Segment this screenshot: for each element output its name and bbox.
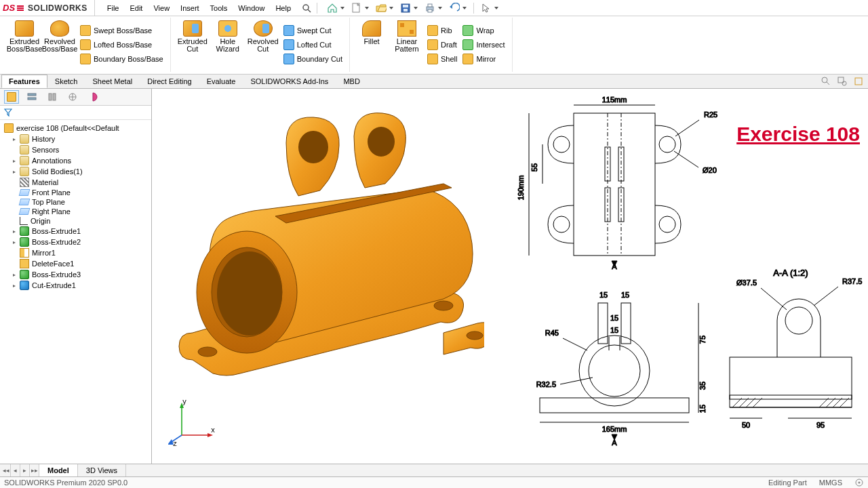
btn-lofted-cut[interactable]: Lofted Cut bbox=[281, 38, 345, 52]
tree-node-solid-bodies-1-[interactable]: ▸Solid Bodies(1) bbox=[1, 166, 150, 177]
btn-lofted-boss[interactable]: Lofted Boss/Base bbox=[77, 38, 166, 52]
tab-mbd[interactable]: MBD bbox=[336, 75, 367, 88]
tab-3d-views[interactable]: 3D Views bbox=[78, 464, 126, 476]
tree-tab-display-icon[interactable] bbox=[85, 90, 100, 104]
svg-rect-4 bbox=[403, 5, 408, 7]
svg-text:z: z bbox=[173, 439, 177, 447]
view-tabs: ◂◂◂▸▸▸ Model 3D Views bbox=[0, 464, 868, 476]
menu-file[interactable]: File bbox=[102, 0, 125, 16]
btn-rib[interactable]: Rib bbox=[425, 24, 460, 37]
btn-swept-cut[interactable]: Swept Cut bbox=[281, 24, 345, 37]
tree-node-annotations[interactable]: ▸Annotations bbox=[1, 155, 150, 166]
svg-text:Ø20: Ø20 bbox=[703, 166, 717, 174]
btn-extruded-cut[interactable]: Extruded Cut bbox=[175, 18, 210, 72]
svg-line-55 bbox=[675, 120, 699, 136]
svg-rect-38 bbox=[574, 113, 655, 256]
tree-node-deleteface1[interactable]: DeleteFace1 bbox=[1, 258, 150, 269]
tree-tab-feature-icon[interactable] bbox=[4, 90, 19, 104]
btn-revolved-boss[interactable]: Revolved Boss/Base bbox=[42, 18, 77, 72]
qat-undo-icon[interactable] bbox=[449, 3, 460, 14]
btn-swept-boss[interactable]: Swept Boss/Base bbox=[77, 24, 166, 37]
status-version: SOLIDWORKS Premium 2020 SP0.0 bbox=[4, 479, 127, 487]
qat-save-icon[interactable] bbox=[400, 3, 411, 14]
tree-tab-property-icon[interactable] bbox=[24, 90, 39, 104]
svg-text:15: 15 bbox=[610, 314, 618, 322]
btn-boundary-boss[interactable]: Boundary Boss/Base bbox=[77, 52, 166, 66]
status-custom-icon[interactable] bbox=[854, 478, 864, 487]
qat-new-icon[interactable] bbox=[351, 3, 362, 14]
tree-node-boss-extrude3[interactable]: ▸Boss-Extrude3 bbox=[1, 269, 150, 280]
btn-wrap[interactable]: Wrap bbox=[460, 24, 507, 37]
svg-line-98 bbox=[761, 288, 787, 310]
tree-node-right-plane[interactable]: Right Plane bbox=[1, 207, 150, 216]
btn-shell[interactable]: Shell bbox=[425, 52, 460, 66]
svg-text:R37.5: R37.5 bbox=[842, 277, 862, 285]
tab-addins[interactable]: SOLIDWORKS Add-Ins bbox=[243, 75, 336, 88]
menu-bar: File Edit View Insert Tools Window Help bbox=[102, 0, 317, 16]
feature-tree[interactable]: exercise 108 (Default<<Default ▸HistoryS… bbox=[0, 120, 151, 464]
ribbon: Extruded Boss/Base Revolved Boss/Base Sw… bbox=[0, 16, 868, 75]
svg-rect-87 bbox=[730, 357, 852, 399]
btn-intersect[interactable]: Intersect bbox=[460, 38, 507, 52]
tree-node-history[interactable]: ▸History bbox=[1, 134, 150, 144]
svg-text:Ø37.5: Ø37.5 bbox=[736, 279, 757, 287]
menu-edit[interactable]: Edit bbox=[124, 0, 148, 16]
plane-icon bbox=[19, 189, 31, 196]
svg-text:55: 55 bbox=[530, 163, 538, 171]
svg-text:A-A (1:2): A-A (1:2) bbox=[773, 268, 808, 278]
del-icon bbox=[20, 259, 29, 268]
svg-point-45 bbox=[553, 136, 570, 152]
tree-node-sensors[interactable]: Sensors bbox=[1, 144, 150, 155]
qat-home-icon[interactable] bbox=[327, 3, 338, 14]
menu-window[interactable]: Window bbox=[233, 0, 270, 16]
qat-open-icon[interactable] bbox=[376, 3, 387, 14]
svg-line-72 bbox=[563, 338, 587, 350]
btn-extruded-boss[interactable]: Extruded Boss/Base bbox=[7, 18, 42, 72]
menu-search-icon[interactable] bbox=[296, 0, 317, 16]
menu-view[interactable]: View bbox=[148, 0, 175, 16]
tree-node-mirror1[interactable]: Mirror1 bbox=[1, 247, 150, 258]
svg-point-48 bbox=[659, 216, 675, 232]
svg-line-57 bbox=[674, 151, 698, 167]
svg-text:35: 35 bbox=[698, 382, 707, 390]
view-tab-nav[interactable]: ◂◂◂▸▸▸ bbox=[1, 464, 39, 476]
tree-root[interactable]: exercise 108 (Default<<Default bbox=[1, 123, 150, 134]
tab-model[interactable]: Model bbox=[39, 464, 78, 476]
status-mode: Editing Part bbox=[768, 479, 807, 487]
btn-hole-wizard[interactable]: Hole Wizard bbox=[210, 18, 245, 72]
folder-icon bbox=[20, 167, 29, 176]
qat-select-icon[interactable] bbox=[481, 3, 492, 14]
svg-point-25 bbox=[217, 251, 282, 336]
btn-draft[interactable]: Draft bbox=[425, 38, 460, 52]
menu-insert[interactable]: Insert bbox=[175, 0, 205, 16]
tree-node-top-plane[interactable]: Top Plane bbox=[1, 197, 150, 207]
tab-sketch[interactable]: Sketch bbox=[47, 75, 85, 88]
tree-node-boss-extrude2[interactable]: ▸Boss-Extrude2 bbox=[1, 237, 150, 247]
status-units[interactable]: MMGS bbox=[819, 479, 842, 487]
tab-direct-editing[interactable]: Direct Editing bbox=[140, 75, 199, 88]
tree-filter-icon[interactable] bbox=[0, 106, 151, 120]
graphics-view[interactable]: y x z Exercise 108 bbox=[152, 89, 868, 464]
btn-boundary-cut[interactable]: Boundary Cut bbox=[281, 52, 345, 66]
btn-fillet[interactable]: Fillet bbox=[354, 18, 389, 72]
tree-tab-config-icon[interactable] bbox=[45, 90, 60, 104]
menu-tools[interactable]: Tools bbox=[205, 0, 233, 16]
tree-node-front-plane[interactable]: Front Plane bbox=[1, 188, 150, 197]
tree-node-material-not-specified-[interactable]: Material bbox=[1, 177, 150, 188]
quick-access-toolbar bbox=[327, 3, 498, 14]
btn-linear-pattern[interactable]: Linear Pattern bbox=[389, 18, 425, 72]
svg-rect-16 bbox=[49, 94, 52, 100]
svg-text:15: 15 bbox=[610, 326, 618, 334]
tree-node-boss-extrude1[interactable]: ▸Boss-Extrude1 bbox=[1, 226, 150, 237]
tab-sheet-metal[interactable]: Sheet Metal bbox=[85, 75, 140, 88]
btn-revolved-cut[interactable]: Revolved Cut bbox=[245, 18, 281, 72]
tree-tab-dimxpert-icon[interactable] bbox=[65, 90, 80, 104]
tree-node-cut-extrude1[interactable]: ▸Cut-Extrude1 bbox=[1, 280, 150, 291]
tree-node-origin[interactable]: Origin bbox=[1, 216, 150, 226]
tab-evaluate[interactable]: Evaluate bbox=[199, 75, 243, 88]
logo-word: SOLIDWORKS bbox=[28, 3, 87, 13]
tab-features[interactable]: Features bbox=[1, 75, 47, 88]
qat-print-icon[interactable] bbox=[425, 3, 435, 14]
btn-mirror[interactable]: Mirror bbox=[460, 52, 507, 66]
menu-help[interactable]: Help bbox=[270, 0, 296, 16]
